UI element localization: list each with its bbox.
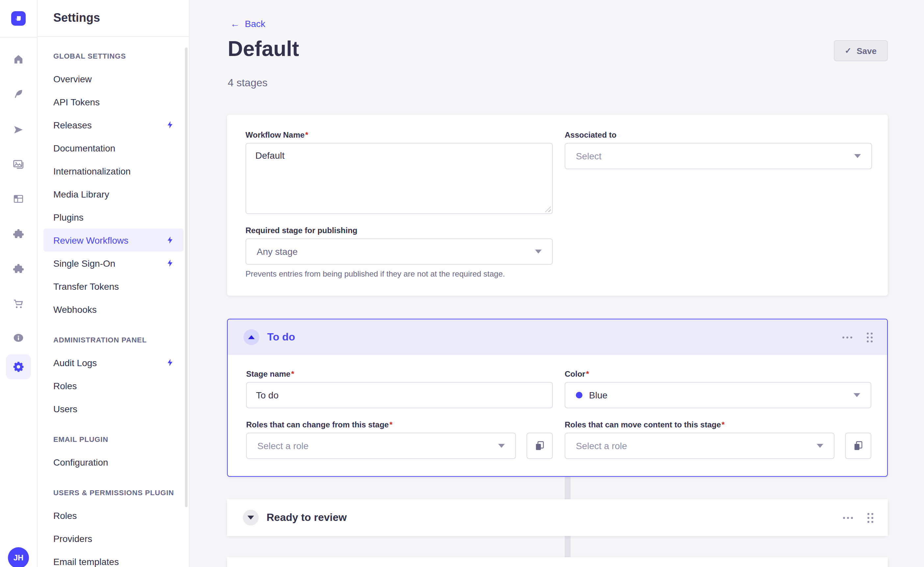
stage-connector bbox=[565, 477, 571, 500]
workflow-name-label: Workflow Name bbox=[246, 130, 553, 140]
info-icon[interactable] bbox=[12, 332, 24, 344]
duplicate-roles-button[interactable] bbox=[526, 433, 553, 459]
more-options-icon[interactable] bbox=[842, 336, 852, 338]
back-label: Back bbox=[245, 18, 265, 29]
chevron-down-icon bbox=[854, 154, 861, 158]
stage-connector bbox=[565, 535, 571, 558]
associated-to-placeholder: Select bbox=[576, 151, 602, 161]
associated-to-label: Associated to bbox=[565, 130, 872, 140]
check-icon: ✓ bbox=[845, 47, 851, 55]
back-arrow-icon: ← bbox=[230, 18, 240, 29]
lightning-icon bbox=[166, 358, 174, 367]
sidebar-item-providers[interactable]: Providers bbox=[44, 527, 184, 550]
stage-card-to-do: To do Stage name Color Blue bbox=[227, 319, 888, 477]
save-button[interactable]: ✓ Save bbox=[834, 40, 888, 61]
sidebar-item-admin-roles[interactable]: Roles bbox=[44, 374, 184, 397]
sidebar-title: Settings bbox=[53, 11, 100, 25]
sidebar-scrollbar[interactable] bbox=[185, 47, 188, 507]
lightning-icon bbox=[166, 259, 174, 268]
stage-header-to-do[interactable]: To do bbox=[228, 319, 887, 355]
sidebar-item-transfer-tokens[interactable]: Transfer Tokens bbox=[44, 275, 184, 298]
save-label: Save bbox=[856, 46, 877, 56]
main-content: ← Back Default 4 stages ✓ Save Workflow … bbox=[189, 0, 924, 567]
required-stage-select[interactable]: Any stage bbox=[246, 238, 553, 265]
page-title: Default bbox=[228, 37, 299, 61]
color-label: Color bbox=[565, 370, 872, 379]
strapi-logo-icon[interactable] bbox=[11, 11, 26, 26]
workflow-name-input[interactable]: Default bbox=[246, 143, 553, 214]
sidebar-item-plugins[interactable]: Plugins bbox=[44, 206, 184, 229]
sidebar-item-releases[interactable]: Releases bbox=[44, 113, 184, 136]
color-value: Blue bbox=[589, 390, 608, 400]
sidebar-item-webhooks[interactable]: Webhooks bbox=[44, 298, 184, 321]
required-stage-hint: Prevents entries from being published if… bbox=[246, 269, 553, 278]
chevron-down-icon bbox=[535, 250, 542, 254]
sidebar-item-api-tokens[interactable]: API Tokens bbox=[44, 90, 184, 113]
chevron-down-icon bbox=[854, 393, 860, 397]
stage-title: Ready to review bbox=[267, 512, 347, 523]
sidebar-item-documentation[interactable]: Documentation bbox=[44, 136, 184, 159]
workflow-name-field: Workflow Name Default bbox=[246, 130, 553, 214]
required-stage-label: Required stage for publishing bbox=[246, 226, 553, 235]
chevron-down-icon bbox=[498, 444, 505, 448]
sidebar-item-single-sign-on[interactable]: Single Sign-On bbox=[44, 251, 184, 275]
sidebar-item-overview[interactable]: Overview bbox=[44, 67, 184, 90]
rail-logo-area bbox=[0, 0, 37, 38]
stage-count-subtitle: 4 stages bbox=[228, 77, 267, 89]
stage-card-in-progress: In progress bbox=[227, 557, 888, 567]
roles-move-select[interactable]: Select a role bbox=[565, 433, 834, 459]
sidebar-item-internationalization[interactable]: Internationalization bbox=[44, 159, 184, 182]
stage-card-ready-to-review: Ready to review bbox=[227, 499, 888, 536]
lightning-icon bbox=[166, 120, 174, 129]
roles-change-field: Roles that can change from this stage Se… bbox=[246, 420, 553, 459]
section-administration-panel: ADMINISTRATION PANEL bbox=[44, 329, 184, 351]
expand-caret-icon[interactable] bbox=[243, 510, 259, 525]
sidebar-item-users[interactable]: Users bbox=[44, 397, 184, 420]
color-select[interactable]: Blue bbox=[565, 382, 872, 408]
media-library-icon[interactable] bbox=[12, 158, 25, 170]
chevron-down-icon bbox=[817, 444, 823, 448]
section-email-plugin: EMAIL PLUGIN bbox=[44, 428, 184, 450]
collapse-caret-icon[interactable] bbox=[243, 329, 259, 345]
home-icon[interactable] bbox=[13, 54, 24, 65]
sidebar-item-media-library[interactable]: Media Library bbox=[44, 182, 184, 206]
plugin-puzzle-icon[interactable] bbox=[12, 228, 24, 240]
sidebar-item-configuration[interactable]: Configuration bbox=[44, 450, 184, 474]
sidebar-item-review-workflows[interactable]: Review Workflows bbox=[44, 229, 184, 251]
sidebar-item-audit-logs[interactable]: Audit Logs bbox=[44, 351, 184, 374]
back-link[interactable]: ← Back bbox=[230, 18, 265, 29]
sidebar-list: GLOBAL SETTINGS Overview API Tokens Rele… bbox=[38, 37, 189, 567]
paper-plane-icon[interactable] bbox=[13, 124, 24, 135]
copy-icon bbox=[852, 440, 864, 452]
roles-change-label: Roles that can change from this stage bbox=[246, 420, 553, 429]
stage-name-field: Stage name bbox=[246, 370, 553, 408]
settings-gear-icon[interactable] bbox=[6, 354, 31, 379]
sidebar-item-up-roles[interactable]: Roles bbox=[44, 504, 184, 527]
marketplace-puzzle-icon[interactable] bbox=[12, 263, 24, 275]
associated-to-select[interactable]: Select bbox=[565, 143, 872, 169]
blue-color-dot-icon bbox=[576, 392, 582, 399]
required-stage-field: Required stage for publishing Any stage … bbox=[246, 226, 553, 278]
stage-name-label: Stage name bbox=[246, 370, 553, 379]
layout-icon[interactable] bbox=[12, 193, 24, 205]
sidebar-item-email-templates[interactable]: Email templates bbox=[44, 550, 184, 567]
stage-body: Stage name Color Blue Roles that can cha… bbox=[228, 355, 887, 475]
strapi-settings-app: JH Settings GLOBAL SETTINGS Overview API… bbox=[0, 0, 924, 567]
lightning-icon bbox=[166, 236, 174, 244]
workflow-settings-card: Workflow Name Default Associated to Sele… bbox=[227, 114, 888, 296]
duplicate-roles-button[interactable] bbox=[845, 433, 872, 459]
stage-name-input[interactable] bbox=[246, 382, 553, 408]
stage-header-in-progress[interactable]: In progress bbox=[227, 557, 888, 567]
roles-change-select[interactable]: Select a role bbox=[246, 433, 516, 459]
color-field: Color Blue bbox=[565, 370, 872, 408]
drag-handle-icon[interactable] bbox=[867, 513, 873, 523]
main-nav-rail: JH bbox=[0, 0, 38, 567]
roles-move-label: Roles that can move content to this stag… bbox=[565, 420, 872, 429]
roles-move-field: Roles that can move content to this stag… bbox=[565, 420, 872, 459]
user-avatar[interactable]: JH bbox=[8, 547, 29, 567]
more-options-icon[interactable] bbox=[843, 517, 853, 519]
feather-icon[interactable] bbox=[13, 89, 24, 100]
cart-icon[interactable] bbox=[12, 298, 24, 310]
stage-header-ready-to-review[interactable]: Ready to review bbox=[227, 499, 888, 536]
drag-handle-icon[interactable] bbox=[867, 332, 873, 342]
